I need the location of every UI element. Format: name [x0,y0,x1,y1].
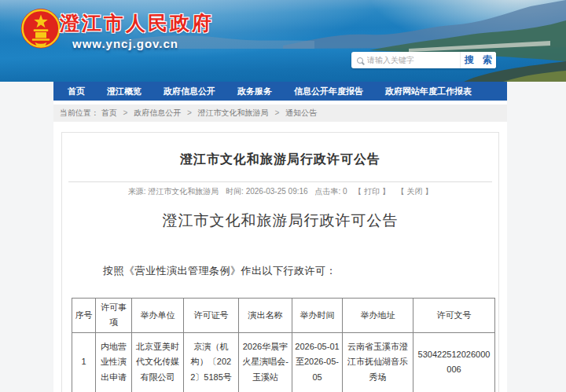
header-license-no: 许可证号 [184,299,239,333]
national-emblem-logo [19,7,63,56]
article-meta: 来源: 澄江市文化和旅游局 时间: 2026-03-25 09:16 点击率: … [62,186,498,197]
header-show-name: 演出名称 [239,299,292,333]
breadcrumb: 当前位置： 首页 > 政府信息公开 > 澄江市文化和旅游局 > 通知公告 [53,104,507,122]
breadcrumb-separator: > [274,108,279,117]
nav-item-site-report[interactable]: 政府网站年度工作报表 [374,82,483,101]
site-url: www.yncj.gov.cn [72,37,178,50]
breadcrumb-notices[interactable]: 通知公告 [285,108,317,117]
meta-source: 来源: 澄江市文化和旅游局 [128,187,219,196]
header-time: 举办时间 [292,299,343,333]
article-paragraph: 按照《营业性演出管理条例》作出以下行政许可： [62,264,498,278]
print-button[interactable]: 【 打印 】 [354,187,390,196]
header-seq: 序号 [72,299,96,333]
breadcrumb-label: 当前位置： [60,108,99,117]
search-input[interactable] [367,56,460,64]
breadcrumb-home[interactable]: 首页 [101,108,117,117]
nav-item-services[interactable]: 政务服务 [226,82,283,101]
header-organizer: 举办单位 [132,299,184,333]
nav-item-annual-report[interactable]: 信息公开年度报告 [283,82,374,101]
close-button[interactable]: 【 关闭 】 [397,187,433,196]
meta-time: 时间: 2026-03-25 09:16 [226,187,308,196]
banner: 澄江市人民政府 www.yncj.gov.cn 搜 索 [0,0,566,82]
table-row: 1 内地营业性演出申请 北京亚美时代文化传媒有限公司 京演（机构）〔2022〕5… [72,332,495,392]
breadcrumb-gov-info[interactable]: 政府信息公开 [134,108,181,117]
license-table: 序号 许可事项 举办单位 许可证号 演出名称 举办时间 举办地址 许可文号 1 … [72,298,495,392]
cell-time: 2026-05-01至2026-05-05 [292,332,343,392]
nav-item-home[interactable]: 首页 [57,82,96,101]
content-wrapper: 当前位置： 首页 > 政府信息公开 > 澄江市文化和旅游局 > 通知公告 澄江市… [53,101,507,392]
breadcrumb-bureau[interactable]: 澄江市文化和旅游局 [198,108,269,117]
article-subtitle: 澄江市文化和旅游局行政许可公告 [62,211,498,231]
cell-item: 内地营业性演出申请 [96,332,132,392]
search-bar: 搜 索 [351,52,496,68]
breadcrumb-separator: > [123,108,128,117]
cell-license-no: 京演（机构）〔2022〕5185号 [184,332,239,392]
table-header-row: 序号 许可事项 举办单位 许可证号 演出名称 举办时间 举办地址 许可文号 [72,299,495,333]
nav-item-overview[interactable]: 澄江概览 [96,82,153,101]
site-title: 澄江市人民政府 [60,10,214,36]
header-address: 举办地址 [343,299,413,333]
search-button[interactable]: 搜 索 [460,52,496,68]
header-doc-no: 许可文号 [413,299,495,333]
main-nav: 首页 澄江概览 政府信息公开 政务服务 信息公开年度报告 政府网站年度工作报表 [53,82,507,101]
search-icon [357,57,363,64]
cell-address: 云南省玉溪市澄江市抚仙湖音乐秀场 [343,332,413,392]
breadcrumb-separator: > [187,108,192,117]
cell-organizer: 北京亚美时代文化传媒有限公司 [132,332,184,392]
article-title: 澄江市文化和旅游局行政许可公告 [62,152,498,168]
article-panel: 澄江市文化和旅游局行政许可公告 来源: 澄江市文化和旅游局 时间: 2026-0… [61,132,499,392]
cell-show-name: 2026华晨宇火星演唱会-玉溪站 [239,332,292,392]
meta-hits: 点击率: 0 [314,187,347,196]
cell-doc-no: 530422512026000006 [413,332,495,392]
nav-item-gov-info[interactable]: 政府信息公开 [153,82,226,101]
header-item: 许可事项 [96,299,132,333]
cell-seq: 1 [72,332,96,392]
title-divider [68,181,492,182]
